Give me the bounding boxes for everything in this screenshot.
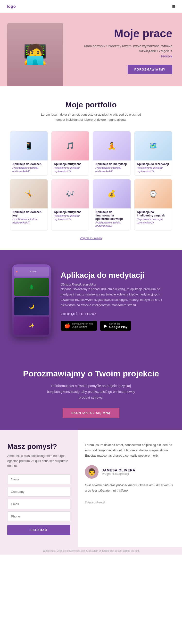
portfolio-info-3: Aplikacja do rezerwacji Projektowanie in… <box>134 160 172 176</box>
hero-image: 🧑‍💻 <box>7 23 63 86</box>
hero-section: 🧑‍💻 Moje prace Mam pomysł? Stwórzmy raze… <box>0 13 182 86</box>
portfolio-app-name-7: Aplikacja na inteligentny zegarek <box>137 210 170 217</box>
form-field-company[interactable] <box>7 487 70 497</box>
portfolio-thumb-emoji-1: 🎵 <box>66 142 75 150</box>
google-play-text: GET IT ON Google Play <box>109 323 127 329</box>
meditation-title: Aplikacja do medytacji <box>61 270 170 280</box>
contact-description: Poinformuj nas o swoim pomyśle na projek… <box>45 383 137 400</box>
app-store-button[interactable]: 🍎 Download on the App Store <box>61 321 97 331</box>
portfolio-app-category-7: Projektowanie interfejsu użytkownika/UX <box>137 218 170 224</box>
app-store-name: App Store <box>72 325 93 329</box>
portfolio-app-category-5: Projektowanie interfejsu użytkownika/UX <box>54 214 87 221</box>
form-field-email[interactable] <box>7 499 70 509</box>
portfolio-grid: 📱 Aplikacja do ćwiczeń Projektowanie int… <box>10 131 172 230</box>
portfolio-app-category-6: Projektowanie interfejsu użytkownika/UX <box>95 221 128 228</box>
portfolio-info-0: Aplikacja do ćwiczeń Projektowanie inter… <box>10 160 48 176</box>
portfolio-app-name-5: Aplikacja muzyczna <box>54 210 87 214</box>
app-store-text: Download on the App Store <box>72 323 93 329</box>
form-submit-button[interactable]: SKŁADAĆ <box>7 525 70 535</box>
hamburger-menu-icon[interactable]: ≡ <box>172 4 175 10</box>
hero-title: Moje prace <box>80 28 172 40</box>
testimonial-quote: Quis viverra nibh cras pulvinar mattis. … <box>85 482 175 493</box>
portfolio-item-1[interactable]: 🎵 Aplikacja muzyczna Projektowanie inter… <box>51 131 89 176</box>
portfolio-item-2[interactable]: 🧘 Aplikacja do medytacji Projektowanie i… <box>93 131 131 176</box>
google-play-name: Google Play <box>109 325 127 329</box>
apple-icon: 🍎 <box>64 323 70 329</box>
hero-link[interactable]: Freepik <box>161 54 172 58</box>
google-play-icon: ▶ <box>104 323 107 329</box>
form-title: Masz pomysł? <box>7 442 70 450</box>
portfolio-app-category-2: Projektowanie interfejsu użytkownika/UX <box>95 166 128 173</box>
form-field-name[interactable] <box>7 474 70 484</box>
phone-card-forest: 🌲 <box>14 278 49 296</box>
portfolio-title: Moje portfolio <box>10 100 172 109</box>
portfolio-thumb-emoji-0: 📱 <box>25 142 33 150</box>
avatar-emoji: 👨 <box>88 468 96 476</box>
form-description: Amet tellus cras adipiscing enim eu turp… <box>7 454 70 468</box>
app-store-label: Download on the <box>72 323 93 325</box>
testimonial-name: JAMESA OLIVERA <box>102 468 135 472</box>
portfolio-item-0[interactable]: 📱 Aplikacja do ćwiczeń Projektowanie int… <box>10 131 48 176</box>
hero-description: Mam pomysł? Stwórzmy razem Twoje wymarzo… <box>80 44 172 59</box>
portfolio-footer: Zdjęcia z Freepik <box>10 236 172 240</box>
testimonial-info: JAMESA OLIVERA Programista aplikacji <box>102 468 135 476</box>
footer-text: Sample text. Click to select the text bo… <box>5 550 177 552</box>
portfolio-info-7: Aplikacja na inteligentny zegarek Projek… <box>134 208 172 227</box>
portfolio-info-2: Aplikacja do medytacji Projektowanie int… <box>93 160 131 176</box>
portfolio-thumb-7: ⌚ <box>134 179 172 208</box>
contact-section: Porozmawiajmy o Twoim projekcie Poinform… <box>0 352 182 430</box>
form-fields <box>7 474 70 524</box>
portfolio-item-5[interactable]: 🎶 Aplikacja muzyczna Projektowanie inter… <box>51 179 89 230</box>
phone-card-sleep: 🌙 <box>14 297 49 315</box>
phone-top-bar: Hi, Eve! <box>14 267 49 276</box>
portfolio-item-7[interactable]: ⌚ Aplikacja na inteligentny zegarek Proj… <box>134 179 172 230</box>
portfolio-thumb-emoji-3: 🗺️ <box>149 142 157 150</box>
portfolio-app-category-3: Projektowanie interfejsu użytkownika/UX <box>137 166 170 173</box>
phone-dot <box>16 271 18 272</box>
portfolio-thumb-6: 💰 <box>93 179 131 208</box>
meditation-content: Aplikacja do medytacji Obraz z Freepik, … <box>61 270 170 331</box>
photo-credit: Zdjęcie z Freepik <box>85 501 105 504</box>
hero-content: Moje prace Mam pomysł? Stwórzmy razem Tw… <box>80 28 172 81</box>
meditation-phone: Hi, Eve! 🌲 🌙 ✨ <box>12 264 51 337</box>
header: logo ≡ <box>0 0 182 13</box>
portfolio-thumb-1: 🎵 <box>51 131 89 160</box>
phone-cards: 🌲 🌙 ✨ <box>14 278 49 335</box>
meditation-cta[interactable]: ZDOBĄDŹ TO TERAZ <box>61 312 170 316</box>
portfolio-app-name-2: Aplikacja do medytacji <box>95 162 128 166</box>
portfolio-info-4: Aplikacja do ćwiczeń jogi Projektowanie … <box>10 208 48 227</box>
portfolio-subtitle: Lorem ipsum dolor sit amet, consectetur … <box>40 112 142 122</box>
portfolio-app-name-4: Aplikacja do ćwiczeń jogi <box>12 210 45 217</box>
portfolio-info-5: Aplikacja muzyczna Projektowanie interfe… <box>51 208 89 224</box>
portfolio-item-6[interactable]: 💰 Aplikacja do finansowania społeczności… <box>93 179 131 230</box>
portfolio-thumb-emoji-4: 🤸 <box>25 190 33 198</box>
portfolio-thumb-emoji-5: 🎶 <box>66 190 75 198</box>
store-buttons: 🍎 Download on the App Store ▶ GET IT ON … <box>61 321 170 331</box>
hero-person-emoji: 🧑‍💻 <box>7 23 63 86</box>
testimonial-body: Lorem ipsum dolor sit amet, consectetur … <box>85 442 175 458</box>
google-play-button[interactable]: ▶ GET IT ON Google Play <box>100 321 131 331</box>
testimonial-section: Lorem ipsum dolor sit amet, consectetur … <box>78 430 182 547</box>
portfolio-app-name-3: Aplikacja do rezerwacji <box>137 162 170 166</box>
logo: logo <box>7 4 16 9</box>
portfolio-thumb-5: 🎶 <box>51 179 89 208</box>
portfolio-app-category-4: Projektowanie interfejsu użytkownika/UX <box>12 218 45 224</box>
portfolio-thumb-emoji-7: ⌚ <box>149 190 157 198</box>
hero-button[interactable]: POROZMAWIAJMY <box>128 65 172 74</box>
portfolio-freepik-link[interactable]: Zdjęcia z Freepik <box>80 236 102 240</box>
portfolio-app-name-0: Aplikacja do ćwiczeń <box>12 162 45 166</box>
phone-greeting: Hi, Eve! <box>19 270 47 273</box>
contact-title: Porozmawiajmy o Twoim projekcie <box>10 369 172 378</box>
contact-button[interactable]: SKONTAKTUJ SIĘ MNĄ <box>63 408 119 418</box>
portfolio-thumb-emoji-6: 💰 <box>107 190 116 198</box>
portfolio-thumb-2: 🧘 <box>93 131 131 160</box>
form-field-phone[interactable] <box>7 512 70 521</box>
meditation-subtitle: Obraz z Freepik, przycisk z <box>61 283 96 286</box>
portfolio-item-3[interactable]: 🗺️ Aplikacja do rezerwacji Projektowanie… <box>134 131 172 176</box>
portfolio-info-6: Aplikacja do finansowania społecznościow… <box>93 208 131 230</box>
portfolio-thumb-emoji-2: 🧘 <box>107 142 116 150</box>
meditation-section: Hi, Eve! 🌲 🌙 ✨ Aplikacja do medytacji Ob… <box>0 250 182 352</box>
portfolio-info-1: Aplikacja muzyczna Projektowanie interfe… <box>51 160 89 176</box>
phone-card-purple: ✨ <box>14 316 49 335</box>
portfolio-item-4[interactable]: 🤸 Aplikacja do ćwiczeń jogi Projektowani… <box>10 179 48 230</box>
